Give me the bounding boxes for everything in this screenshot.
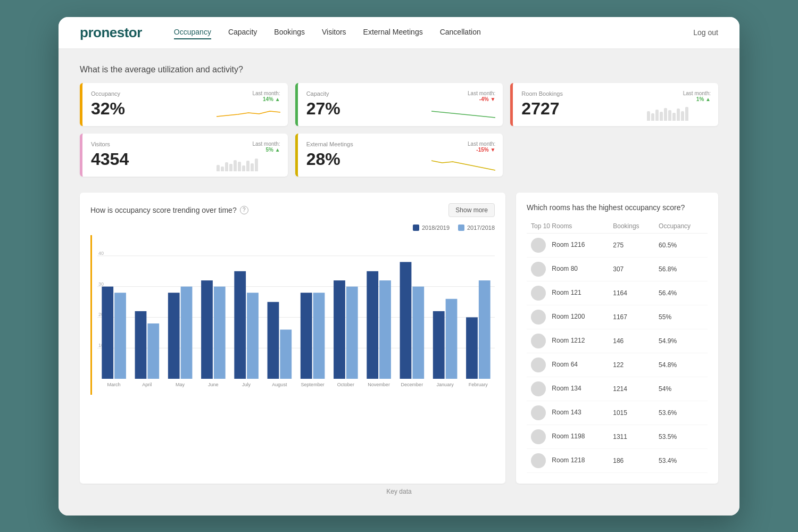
svg-rect-23: [268, 302, 279, 378]
room-avatar: [531, 262, 546, 277]
room-name: Room 134: [552, 385, 581, 392]
room-occupancy-cell: 54.8%: [654, 353, 708, 377]
kpi-capacity-trend-value: -4% ▼: [479, 96, 495, 102]
show-more-button[interactable]: Show more: [448, 203, 495, 217]
room-occupancy-cell: 53.6%: [654, 401, 708, 425]
nav-visitors[interactable]: Visitors: [322, 26, 346, 39]
svg-text:May: May: [176, 382, 185, 387]
app-window: pronestor Occupancy Capacity Bookings Vi…: [59, 17, 739, 516]
room-avatar: [531, 429, 546, 444]
logo: pronestor: [80, 24, 142, 41]
legend-2019-dot: [413, 225, 419, 231]
kpi-occupancy: Occupancy 32% Last month: 14% ▲: [80, 83, 288, 126]
kpi-visitors-label: Visitors: [91, 141, 279, 147]
room-name: Room 1216: [552, 241, 585, 248]
kpi-visitors-trend: Last month: 5% ▲: [252, 141, 280, 153]
svg-rect-41: [466, 317, 478, 379]
svg-text:February: February: [469, 382, 488, 387]
kpi-occupancy-sparkline: [217, 105, 280, 121]
svg-text:January: January: [437, 382, 454, 387]
kpi-room-bookings-trend: Last month: 1% ▲: [683, 90, 711, 102]
room-name: Room 1212: [552, 337, 585, 344]
nav-external-meetings[interactable]: External Meetings: [363, 26, 423, 39]
room-name: Room 1200: [552, 313, 585, 320]
room-bookings-cell: 1214: [609, 377, 654, 401]
room-name: Room 143: [552, 409, 581, 416]
svg-text:September: September: [301, 382, 325, 387]
col-rooms: Top 10 Rooms: [527, 219, 609, 234]
kpi-room-bookings-trend-value: 1% ▲: [696, 96, 711, 102]
svg-rect-38: [433, 311, 445, 378]
nav-cancellation[interactable]: Cancellation: [440, 26, 481, 39]
kpi-external-meetings-trend: Last month: -15% ▼: [468, 141, 495, 153]
help-icon[interactable]: ?: [240, 206, 248, 214]
svg-text:April: April: [142, 382, 152, 387]
svg-rect-33: [379, 280, 391, 379]
table-row: Room 1212 146 54.9%: [527, 329, 708, 353]
room-bookings-cell: 1311: [609, 425, 654, 448]
room-avatar: [531, 381, 546, 396]
rooms-table: Top 10 Rooms Bookings Occupancy Room 121…: [527, 219, 708, 473]
svg-rect-9: [114, 293, 126, 379]
room-occupancy-cell: 60.5%: [654, 233, 708, 257]
room-occupancy-cell: 55%: [654, 305, 708, 329]
room-avatar: [531, 334, 546, 348]
kpi-room-bookings-sparkline: [647, 105, 711, 121]
svg-rect-8: [102, 286, 113, 378]
room-name: Room 80: [552, 265, 578, 272]
svg-rect-32: [367, 271, 378, 378]
svg-text:March: March: [107, 382, 121, 387]
room-occupancy-cell: 53.5%: [654, 425, 708, 448]
bottom-grid: How is occupancy score trending over tim…: [80, 193, 718, 484]
kpi-capacity-trend: Last month: -4% ▼: [468, 90, 495, 102]
room-name: Room 121: [552, 289, 581, 296]
svg-rect-15: [181, 286, 193, 378]
table-row: Room 1218 186 53.4%: [527, 448, 708, 472]
table-section: Which rooms has the highest occupancy sc…: [516, 193, 718, 484]
nav: Occupancy Capacity Bookings Visitors Ext…: [174, 26, 693, 39]
room-occupancy-cell: 56.8%: [654, 257, 708, 281]
svg-rect-18: [214, 286, 226, 378]
nav-capacity[interactable]: Capacity: [228, 26, 257, 39]
svg-rect-26: [301, 293, 312, 379]
svg-rect-20: [234, 271, 246, 378]
bar-chart-container: 10203040MarchAprilMayJuneJulyAugustSepte…: [90, 235, 495, 395]
header: pronestor Occupancy Capacity Bookings Vi…: [59, 17, 739, 49]
table-row: Room 1200 1167 55%: [527, 305, 708, 329]
kpi-room-bookings: Room Bookings 2727 Last month: 1% ▲: [510, 83, 718, 126]
room-bookings-cell: 1015: [609, 401, 654, 425]
kpi-occupancy-trend-value: 14% ▲: [263, 96, 280, 102]
room-name: Room 64: [552, 361, 578, 368]
key-data-label: Key data: [80, 484, 718, 500]
summary-question: What is the average utilization and acti…: [80, 65, 718, 74]
table-row: Room 1198 1311 53.5%: [527, 425, 708, 448]
svg-rect-17: [201, 280, 213, 379]
kpi-external-meetings-sparkline: [431, 155, 495, 171]
room-name: Room 1198: [552, 433, 585, 440]
logout-button[interactable]: Log out: [693, 28, 718, 37]
room-bookings-cell: 275: [609, 233, 654, 257]
nav-bookings[interactable]: Bookings: [274, 26, 305, 39]
svg-text:November: November: [368, 382, 390, 387]
legend-2019: 2018/2019: [413, 225, 450, 231]
chart-legend: 2018/2019 2017/2018: [90, 225, 495, 231]
legend-2019-label: 2018/2019: [422, 225, 450, 231]
svg-text:30: 30: [98, 281, 104, 286]
svg-text:June: June: [208, 382, 219, 387]
kpi-visitors-trend-value: 5% ▲: [266, 147, 280, 153]
svg-rect-42: [479, 280, 491, 379]
svg-rect-35: [400, 262, 412, 379]
room-avatar: [531, 358, 546, 372]
svg-rect-30: [346, 286, 358, 378]
svg-text:August: August: [272, 382, 287, 387]
kpi-visitors-sparkline: [217, 155, 280, 171]
room-occupancy-cell: 54.9%: [654, 329, 708, 353]
nav-occupancy[interactable]: Occupancy: [174, 26, 211, 39]
svg-text:40: 40: [98, 250, 104, 255]
room-avatar: [531, 286, 546, 301]
svg-text:December: December: [401, 382, 423, 387]
table-row: Room 80 307 56.8%: [527, 257, 708, 281]
main-content: What is the average utilization and acti…: [59, 49, 739, 516]
room-bookings-cell: 1164: [609, 281, 654, 305]
kpi-room-bookings-label: Room Bookings: [521, 90, 710, 97]
